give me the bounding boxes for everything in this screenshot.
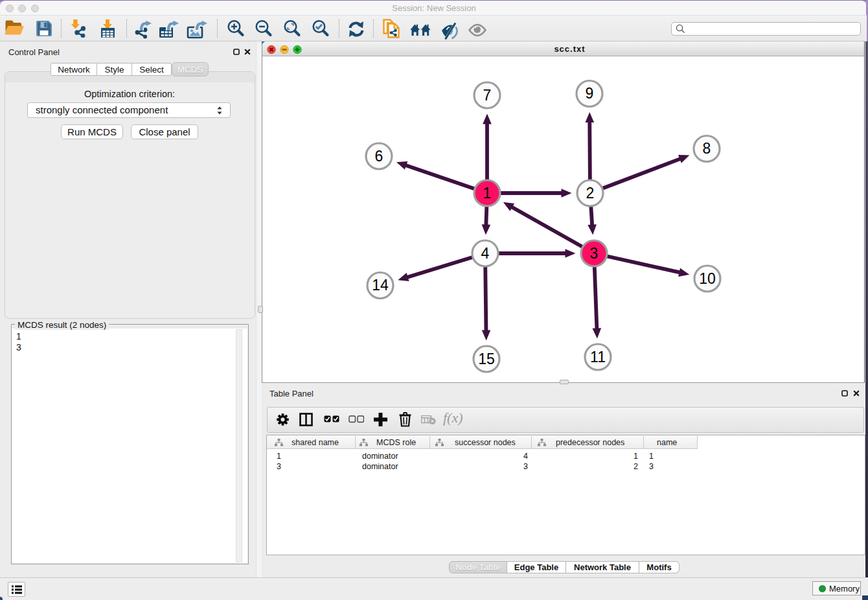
svg-text:1: 1 [483, 185, 492, 202]
svg-text:9: 9 [586, 85, 594, 102]
svg-text:4: 4 [481, 245, 490, 262]
svg-text:2: 2 [586, 185, 595, 202]
svg-text:6: 6 [375, 148, 383, 165]
svg-text:11: 11 [590, 349, 606, 365]
svg-text:10: 10 [699, 270, 716, 287]
svg-text:7: 7 [483, 87, 492, 104]
svg-text:15: 15 [478, 351, 495, 367]
svg-text:14: 14 [372, 277, 389, 294]
svg-text:8: 8 [703, 140, 711, 157]
svg-text:3: 3 [590, 245, 599, 262]
